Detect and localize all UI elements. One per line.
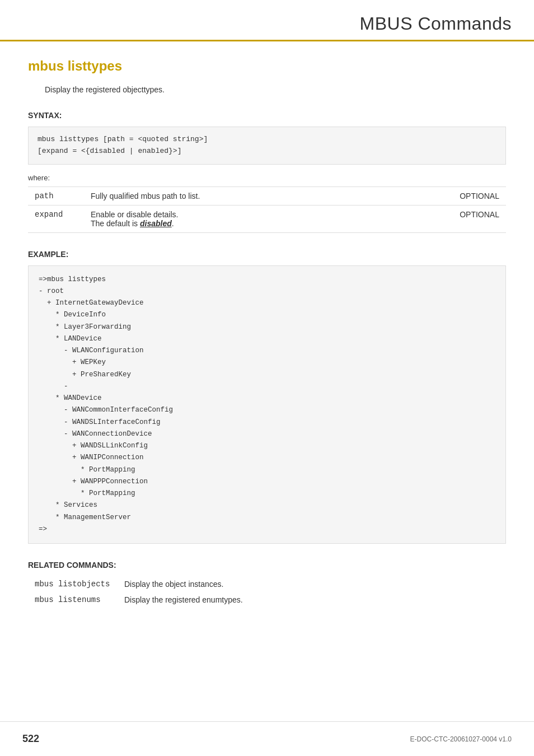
table-row: mbus listenums Display the registered en… xyxy=(28,592,506,608)
syntax-header: SYNTAX: xyxy=(28,111,506,120)
where-label: where: xyxy=(28,174,506,182)
param-name-path: path xyxy=(28,186,84,205)
page-header: MBUS Commands xyxy=(0,0,534,41)
main-content: mbus listtypes Display the registered ob… xyxy=(0,41,534,652)
param-optional-path: OPTIONAL xyxy=(450,186,506,205)
table-row: expand Enable or disable details. The de… xyxy=(28,205,506,232)
page-wrapper: MBUS Commands mbus listtypes Display the… xyxy=(0,0,534,756)
syntax-line-1: mbus listtypes [path = <quoted string>] xyxy=(38,134,496,146)
param-optional-expand: OPTIONAL xyxy=(450,205,506,232)
footer-doc-id: E-DOC-CTC-20061027-0004 v1.0 xyxy=(410,735,512,743)
expand-desc-italic: disabled xyxy=(140,219,172,228)
page-footer: 522 E-DOC-CTC-20061027-0004 v1.0 xyxy=(0,721,534,756)
related-header: RELATED COMMANDS: xyxy=(28,561,506,570)
related-desc-2: Display the registered enumtypes. xyxy=(118,592,506,608)
expand-desc-line1: Enable or disable details. xyxy=(91,210,178,219)
param-desc-expand: Enable or disable details. The default i… xyxy=(84,205,450,232)
related-cmd-1: mbus listobjects xyxy=(28,576,118,592)
syntax-code-block: mbus listtypes [path = <quoted string>] … xyxy=(28,127,506,165)
params-table: path Fully qualified mbus path to list. … xyxy=(28,186,506,233)
param-name-expand: expand xyxy=(28,205,84,232)
header-title: MBUS Commands xyxy=(360,13,512,34)
table-row: path Fully qualified mbus path to list. … xyxy=(28,186,506,205)
expand-desc-end: . xyxy=(172,219,174,228)
example-header: EXAMPLE: xyxy=(28,250,506,259)
command-description: Display the registered objecttypes. xyxy=(45,85,506,94)
footer-page-number: 522 xyxy=(22,733,39,745)
syntax-line-2: [expand = <{disabled | enabled}>] xyxy=(38,146,496,157)
command-title: mbus listtypes xyxy=(28,58,506,74)
related-desc-1: Display the object instances. xyxy=(118,576,506,592)
related-cmd-2: mbus listenums xyxy=(28,592,118,608)
example-code-block: =>mbus listtypes - root + InternetGatewa… xyxy=(28,265,506,544)
table-row: mbus listobjects Display the object inst… xyxy=(28,576,506,592)
related-table: mbus listobjects Display the object inst… xyxy=(28,576,506,608)
expand-desc-line2: The default is xyxy=(91,219,140,228)
param-desc-path: Fully qualified mbus path to list. xyxy=(84,186,450,205)
